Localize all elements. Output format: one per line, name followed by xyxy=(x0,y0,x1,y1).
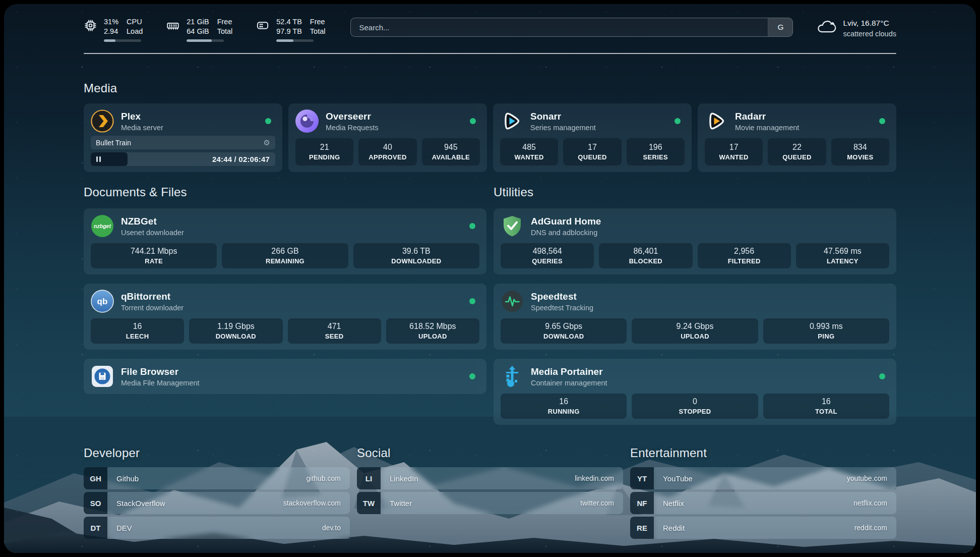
plex-now-playing-row: Bullet Train ⚙ xyxy=(91,136,275,149)
memory-progress-bar xyxy=(187,39,224,42)
cpu-chip-icon xyxy=(84,19,97,34)
entertainment-section-title: Entertainment xyxy=(630,446,896,460)
search-bar[interactable]: G xyxy=(350,18,793,37)
stat-tile: 834MOVIES xyxy=(831,138,889,165)
section-social: Social LI LinkedIn linkedin.com TW Twitt… xyxy=(357,446,623,541)
stat-tile: 196SERIES xyxy=(627,138,685,165)
stat-tile: 471SEED xyxy=(288,318,381,344)
storage-progress-bar xyxy=(276,39,314,42)
app-desc: Series management xyxy=(530,124,596,132)
speedtest-icon xyxy=(501,290,524,313)
stat-tile: 16TOTAL xyxy=(763,394,889,419)
social-section-title: Social xyxy=(357,446,623,460)
bookmark-github[interactable]: GH Github github.com xyxy=(84,467,350,489)
storage-label-top: Free xyxy=(310,17,326,27)
plex-icon xyxy=(91,109,114,133)
status-online-dot xyxy=(265,118,271,124)
bookmark-twitter[interactable]: TW Twitter twitter.com xyxy=(357,492,623,514)
pause-icon[interactable] xyxy=(96,156,101,162)
stat-tile: 86,401BLOCKED xyxy=(599,243,692,268)
disk-icon xyxy=(256,19,270,34)
stat-tile: 17QUEUED xyxy=(563,138,621,165)
sonarr-icon xyxy=(500,109,523,133)
stat-tile: 9.65 GbpsDOWNLOAD xyxy=(501,318,627,344)
bookmark-linkedin[interactable]: LI LinkedIn linkedin.com xyxy=(357,467,623,489)
stat-tile: 618.52 MbpsUPLOAD xyxy=(386,318,479,344)
app-card-speedtest[interactable]: Speedtest Speedtest Tracking 9.65 GbpsDO… xyxy=(494,284,896,350)
app-desc: DNS and adblocking xyxy=(531,229,601,237)
stat-tile: 1.19 GbpsDOWNLOAD xyxy=(189,318,282,344)
storage-label-bottom: Total xyxy=(310,27,326,36)
nzbget-icon: nzbget xyxy=(91,214,114,238)
search-input[interactable] xyxy=(351,18,768,36)
documents-section-title: Documents & Files xyxy=(84,185,486,199)
ram-icon xyxy=(166,19,180,34)
bookmark-dev[interactable]: DT DEV dev.to xyxy=(84,517,350,539)
bookmark-reddit[interactable]: RE Reddit reddit.com xyxy=(630,517,896,539)
status-online-dot xyxy=(675,118,681,124)
dashboard: 31% 2.94 CPU Load xyxy=(4,4,976,553)
app-card-radarr[interactable]: Radarr Movie management 17WANTED 22QUEUE… xyxy=(698,103,896,172)
memory-label-bottom: Total xyxy=(217,27,233,36)
app-name: Media Portainer xyxy=(531,366,607,377)
bookmark-youtube[interactable]: YT YouTube youtube.com xyxy=(630,467,896,489)
stat-tile: 2,956FILTERED xyxy=(698,243,791,268)
header-divider xyxy=(84,53,896,54)
overseerr-icon xyxy=(295,109,319,133)
status-online-dot xyxy=(879,118,885,124)
stat-tile: 9.24 GbpsUPLOAD xyxy=(632,318,758,344)
app-card-overseerr[interactable]: Overseerr Media Requests 21PENDING 40APP… xyxy=(288,103,487,172)
app-name: AdGuard Home xyxy=(531,216,601,227)
stat-tile: 0.993 msPING xyxy=(763,318,889,344)
qbittorrent-icon: qb xyxy=(91,290,114,313)
cpu-progress-bar xyxy=(104,39,141,42)
app-card-sonarr[interactable]: Sonarr Series management 485WANTED 17QUE… xyxy=(493,103,692,172)
top-bar: 31% 2.94 CPU Load xyxy=(84,4,896,42)
developer-section-title: Developer xyxy=(84,446,350,460)
stat-tile: 39.6 TBDOWNLOADED xyxy=(353,243,479,268)
utilities-section-title: Utilities xyxy=(494,185,896,199)
cpu-widget: 31% 2.94 CPU Load xyxy=(84,17,143,42)
weather-location-temp: Lviv, 16.87°C xyxy=(843,18,896,29)
app-card-qbittorrent[interactable]: qb qBittorrent Torrent downloader 16LEEC… xyxy=(84,284,486,350)
app-card-adguard[interactable]: AdGuard Home DNS and adblocking 498,564Q… xyxy=(494,208,896,274)
stat-tile: 945AVAILABLE xyxy=(422,138,480,165)
app-name: Radarr xyxy=(735,111,799,122)
settings-gear-icon[interactable]: ⚙ xyxy=(264,138,270,147)
stat-tile: 40APPROVED xyxy=(358,138,416,165)
app-name: Speedtest xyxy=(531,291,593,302)
weather-widget: Lviv, 16.87°C scattered clouds xyxy=(816,18,896,39)
cpu-usage: 31% xyxy=(104,17,118,27)
status-online-dot xyxy=(470,118,476,124)
app-desc: Media server xyxy=(121,124,163,132)
plex-player-bar[interactable]: 24:44 / 02:06:47 xyxy=(91,152,275,166)
svg-text:qb: qb xyxy=(97,297,108,306)
app-card-portainer[interactable]: Media Portainer Container management 16R… xyxy=(494,359,896,425)
status-online-dot xyxy=(469,373,475,379)
stat-tile: 485WANTED xyxy=(500,138,558,165)
filebrowser-icon xyxy=(91,365,114,388)
stat-tile: 0STOPPED xyxy=(632,394,758,419)
status-online-dot xyxy=(469,298,475,304)
app-desc: Container management xyxy=(531,379,607,387)
search-engine-button[interactable]: G xyxy=(768,18,792,36)
stat-tile: 16LEECH xyxy=(91,318,184,344)
section-documents: Documents & Files nzbget NZBGet Usenet d xyxy=(84,185,486,425)
app-card-nzbget[interactable]: nzbget NZBGet Usenet downloader 744.21 M… xyxy=(84,208,486,274)
section-utilities: Utilities AdGuard Home xyxy=(494,185,896,425)
stat-tile: 498,564QUERIES xyxy=(501,243,594,268)
cpu-label-top: CPU xyxy=(127,17,143,27)
bookmark-netflix[interactable]: NF Netflix netflix.com xyxy=(630,492,896,514)
app-desc: Speedtest Tracking xyxy=(531,304,593,312)
app-desc: Torrent downloader xyxy=(121,304,183,312)
app-card-plex[interactable]: Plex Media server Bullet Train ⚙ 24:44 xyxy=(84,103,282,172)
app-card-filebrowser[interactable]: File Browser Media File Management xyxy=(84,359,486,394)
status-online-dot xyxy=(469,223,475,229)
stat-tile: 47.569 msLATENCY xyxy=(796,243,889,268)
storage-free: 52.4 TB xyxy=(276,17,302,27)
stat-tile: 744.21 MbpsRATE xyxy=(91,243,217,268)
portainer-icon xyxy=(501,365,524,388)
bookmark-stackoverflow[interactable]: SO StackOverflow stackoverflow.com xyxy=(84,492,350,514)
app-name: Overseerr xyxy=(326,111,379,122)
app-name: NZBGet xyxy=(121,216,184,227)
